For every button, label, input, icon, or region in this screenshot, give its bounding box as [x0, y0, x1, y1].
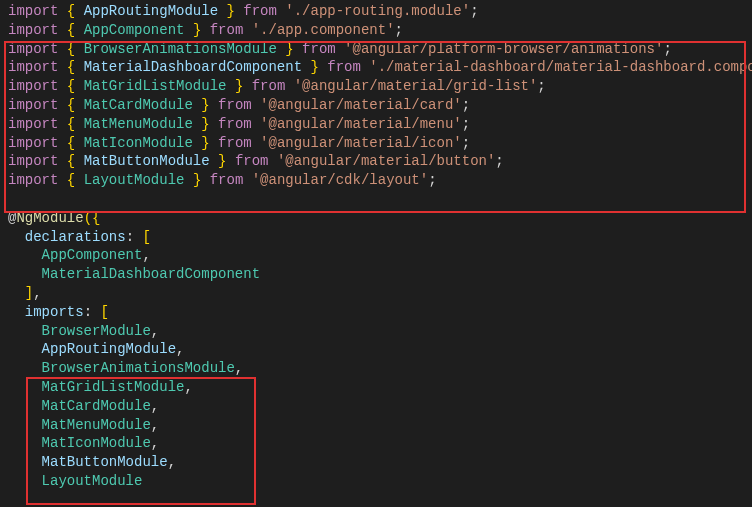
code-token: , [168, 454, 176, 470]
code-token [58, 3, 66, 19]
code-token [243, 78, 251, 94]
code-token: import [8, 135, 58, 151]
code-line: imports: [ [8, 303, 752, 322]
code-line: import { AppComponent } from './app.comp… [8, 21, 752, 40]
code-token [75, 22, 83, 38]
code-token: '@angular/material/grid-list' [294, 78, 538, 94]
code-token [193, 135, 201, 151]
code-token [210, 135, 218, 151]
code-token: } [201, 135, 209, 151]
code-token: from [210, 172, 244, 188]
code-editor[interactable]: import { AppRoutingModule } from './app-… [8, 2, 752, 491]
code-token [184, 22, 192, 38]
code-token: import [8, 22, 58, 38]
code-token [75, 172, 83, 188]
code-token: MatIconModule [84, 135, 193, 151]
code-line: MatGridListModule, [8, 378, 752, 397]
code-token [75, 59, 83, 75]
code-token [285, 78, 293, 94]
code-line: MatButtonModule, [8, 453, 752, 472]
code-token: NgModule [16, 210, 83, 226]
code-token: { [67, 135, 75, 151]
code-token: , [151, 435, 159, 451]
code-token: AppComponent [84, 22, 185, 38]
code-token: imports [25, 304, 84, 320]
code-token: from [210, 22, 244, 38]
code-token [243, 22, 251, 38]
code-token: AppRoutingModule [84, 3, 218, 19]
code-token: ; [663, 41, 671, 57]
code-line: import { MaterialDashboardComponent } fr… [8, 58, 752, 77]
code-token [336, 41, 344, 57]
code-line: @NgModule({ [8, 209, 752, 228]
code-token: LayoutModule [84, 172, 185, 188]
code-token: import [8, 59, 58, 75]
code-token: '@angular/cdk/layout' [252, 172, 428, 188]
code-token: MatGridListModule [84, 78, 227, 94]
code-token: } [226, 3, 234, 19]
code-token: , [176, 341, 184, 357]
code-token: MatMenuModule [84, 116, 193, 132]
code-token: from [218, 135, 252, 151]
code-token: '@angular/material/menu' [260, 116, 462, 132]
code-token: ] [25, 285, 33, 301]
code-token: import [8, 41, 58, 57]
code-token: import [8, 97, 58, 113]
code-token: import [8, 78, 58, 94]
code-token: } [201, 97, 209, 113]
code-token: from [302, 41, 336, 57]
code-token [75, 78, 83, 94]
code-token [75, 41, 83, 57]
code-token: MatCardModule [42, 398, 151, 414]
code-token [75, 153, 83, 169]
code-token [243, 172, 251, 188]
code-token [8, 417, 42, 433]
code-line: import { LayoutModule } from '@angular/c… [8, 171, 752, 190]
code-token: MatButtonModule [84, 153, 210, 169]
code-token: MatGridListModule [42, 379, 185, 395]
code-token [8, 473, 42, 489]
code-token: from [235, 153, 269, 169]
code-token: { [67, 22, 75, 38]
code-token [8, 454, 42, 470]
code-token [58, 59, 66, 75]
code-line [8, 190, 752, 209]
code-line: AppRoutingModule, [8, 340, 752, 359]
code-token [226, 153, 234, 169]
code-token: MatButtonModule [42, 454, 168, 470]
code-token [184, 172, 192, 188]
code-token: { [67, 41, 75, 57]
code-token: MaterialDashboardComponent [84, 59, 302, 75]
code-token: ; [495, 153, 503, 169]
code-token [8, 247, 42, 263]
code-token: , [151, 323, 159, 339]
code-token: ; [462, 116, 470, 132]
code-token: ; [462, 135, 470, 151]
code-line: AppComponent, [8, 246, 752, 265]
code-token [269, 153, 277, 169]
code-token [58, 172, 66, 188]
code-token: LayoutModule [42, 473, 143, 489]
code-token: , [33, 285, 41, 301]
code-token: { [67, 116, 75, 132]
code-line: BrowserAnimationsModule, [8, 359, 752, 378]
code-token [252, 97, 260, 113]
code-line: import { AppRoutingModule } from './app-… [8, 2, 752, 21]
code-token: } [285, 41, 293, 57]
code-token [210, 116, 218, 132]
code-token [8, 266, 42, 282]
code-line: import { MatButtonModule } from '@angula… [8, 152, 752, 171]
code-token: declarations [25, 229, 126, 245]
code-token [8, 229, 25, 245]
code-token [58, 135, 66, 151]
code-token [75, 97, 83, 113]
code-token: } [201, 116, 209, 132]
code-token [8, 285, 25, 301]
code-token [226, 78, 234, 94]
code-token [210, 153, 218, 169]
code-token [210, 97, 218, 113]
code-token: BrowserAnimationsModule [84, 41, 277, 57]
code-line: MatMenuModule, [8, 416, 752, 435]
code-token: : [84, 304, 92, 320]
code-token: MatIconModule [42, 435, 151, 451]
